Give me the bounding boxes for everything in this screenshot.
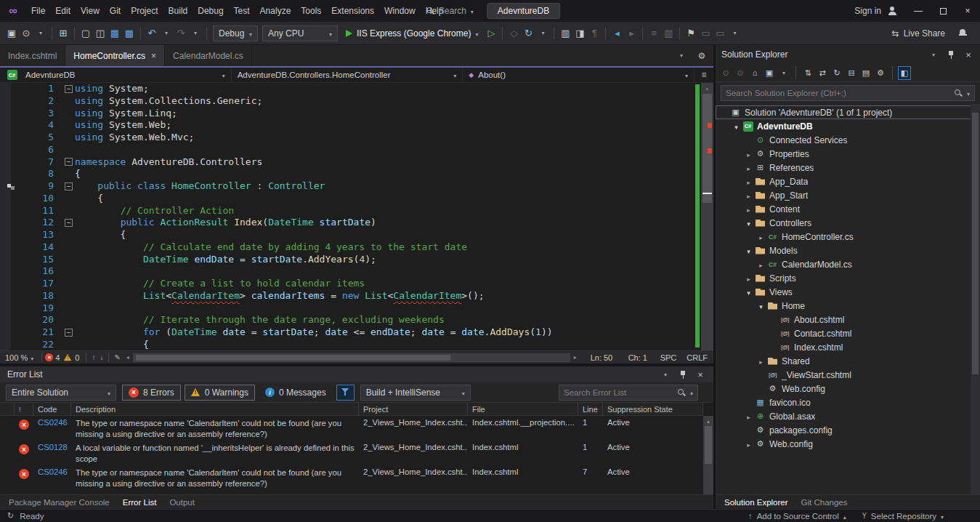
breakpoint-margin[interactable]	[0, 168, 22, 180]
breakpoint-margin[interactable]	[0, 83, 22, 95]
switch-views-icon[interactable]: ▣	[763, 66, 776, 80]
sign-in-link[interactable]: Sign in	[854, 6, 881, 16]
code-cleanup-icon[interactable]: ✎	[114, 353, 120, 361]
document-outline-icon[interactable]	[694, 70, 713, 80]
close-icon[interactable]	[694, 369, 706, 380]
save-all-icon[interactable]: ▩	[122, 25, 137, 41]
horizontal-scrollbar-thumb[interactable]	[136, 355, 450, 361]
code-line-19[interactable]: 19	[0, 302, 713, 315]
column-header-code[interactable]: Code	[33, 403, 71, 415]
tree-item-adevnturedb[interactable]: AdevntureDB	[716, 119, 980, 133]
tree-item-app-start[interactable]: App_Start	[716, 188, 980, 202]
panel-tab-error-list[interactable]: Error List	[117, 498, 163, 507]
comment-icon[interactable]: ▥	[661, 25, 676, 41]
column-header-project[interactable]: Project	[359, 403, 468, 415]
live-share-button[interactable]: ⇆ Live Share	[892, 28, 945, 39]
search-options-chevron[interactable]	[967, 88, 970, 98]
breakpoint-margin[interactable]	[0, 95, 22, 108]
expander-icon[interactable]	[756, 301, 766, 311]
panel-tab-git-changes[interactable]: Git Changes	[795, 498, 854, 507]
navigate-forward-icon[interactable]: ▸	[624, 25, 639, 41]
error-indicator-icon[interactable]	[45, 353, 53, 361]
error-scrollbar-thumb[interactable]	[705, 426, 712, 464]
previous-change-icon[interactable]: ↑	[92, 353, 95, 361]
pin-icon[interactable]	[945, 49, 957, 60]
expander-icon[interactable]	[756, 356, 766, 366]
save-icon[interactable]: ▦	[108, 25, 122, 41]
close-button[interactable]: ×	[955, 0, 980, 22]
code-line-16[interactable]: 16	[0, 265, 713, 278]
scroll-up-arrow[interactable]	[701, 83, 713, 93]
error-list-search-input[interactable]	[564, 388, 673, 397]
menu-test[interactable]: Test	[229, 3, 255, 19]
code-line-20[interactable]: 20 // Iterate through the date range, ex…	[0, 314, 713, 326]
window-layout-icon[interactable]: ▣	[4, 25, 19, 41]
editor-vertical-scrollbar[interactable]	[701, 83, 713, 350]
error-row[interactable]: CS0246The type or namespace name 'Calend…	[0, 465, 703, 490]
error-code[interactable]: CS0128	[33, 441, 71, 465]
expander-icon[interactable]	[743, 149, 754, 159]
start-debugging-button[interactable]: IIS Express (Google Chrome)	[340, 28, 484, 39]
breakpoint-margin[interactable]	[0, 108, 22, 120]
new-file-icon[interactable]: ▢	[78, 25, 93, 41]
code-line-2[interactable]: 2using System.Collections.Generic;	[0, 95, 713, 108]
error-row[interactable]: CS0128A local variable or function named…	[0, 441, 703, 465]
redo-icon[interactable]: ↷	[174, 25, 188, 41]
breakpoint-margin[interactable]	[0, 193, 22, 205]
solution-name-box[interactable]: AdevntureDB	[487, 3, 560, 19]
tree-item-shared[interactable]: Shared	[716, 354, 980, 368]
code-line-13[interactable]: 13 {	[0, 229, 713, 241]
code-line-1[interactable]: 1using System;	[0, 83, 713, 95]
add-to-source-control-button[interactable]: ↑ Add to Source Control	[748, 512, 846, 521]
window-position-chevron[interactable]	[928, 49, 939, 60]
preview-selected-items-icon[interactable]: ◧	[898, 66, 911, 80]
breakpoint-margin[interactable]	[0, 265, 22, 278]
menu-window[interactable]: Window	[379, 3, 421, 19]
code-line-6[interactable]: 6	[0, 144, 713, 156]
breakpoint-margin[interactable]	[0, 302, 22, 315]
panel-tab-output[interactable]: Output	[163, 498, 201, 507]
redo-chevron[interactable]	[188, 25, 203, 41]
menu-file[interactable]: File	[26, 3, 50, 19]
breakpoint-margin[interactable]	[0, 314, 22, 326]
code-line-10[interactable]: 10 {	[0, 193, 713, 205]
expander-icon[interactable]	[743, 190, 754, 201]
solution-configurations-icon[interactable]: ◨	[572, 25, 587, 41]
source-dropdown[interactable]: Build + IntelliSense	[360, 385, 471, 401]
scroll-left-arrow[interactable]	[123, 354, 133, 361]
code-line-3[interactable]: 3using System.Linq;	[0, 108, 713, 120]
code-line-22[interactable]: 22 {	[0, 339, 713, 350]
undo-icon[interactable]: ↶	[145, 25, 159, 41]
breakpoint-margin[interactable]	[0, 156, 22, 169]
user-avatar-icon[interactable]	[887, 6, 897, 16]
tree-scrollbar-thumb[interactable]	[972, 113, 979, 374]
breakpoint-margin[interactable]	[0, 278, 22, 290]
menu-extensions[interactable]: Extensions	[326, 3, 379, 19]
tree-item-models[interactable]: Models	[716, 244, 980, 257]
code-line-11[interactable]: 11 // Controller Action	[0, 205, 713, 217]
platform-dropdown[interactable]: Any CPU	[262, 25, 338, 41]
hot-reload-icon[interactable]: ◇	[506, 25, 521, 41]
breakpoint-margin[interactable]	[0, 290, 22, 302]
restart-chevron[interactable]	[535, 25, 550, 41]
open-file-icon[interactable]: ◫	[93, 25, 108, 41]
breadcrumb-segment-2[interactable]: ◆About()	[463, 68, 694, 82]
tree-item-web-config[interactable]: Web.config	[716, 382, 980, 395]
sync-with-active-document-icon[interactable]: ⇄	[816, 66, 829, 80]
tree-item-content[interactable]: Content	[716, 202, 980, 216]
tab-index-cshtml[interactable]: Index.cshtml	[0, 45, 65, 66]
tree-item-references[interactable]: References	[716, 161, 980, 174]
menu-analyze[interactable]: Analyze	[255, 3, 296, 19]
breakpoint-margin[interactable]	[0, 205, 22, 217]
expander-icon[interactable]	[756, 260, 766, 270]
warning-indicator-icon[interactable]	[64, 354, 72, 361]
error-count[interactable]: 4	[55, 353, 60, 362]
window-position-chevron[interactable]	[660, 369, 671, 380]
tree-item-favicon-ico[interactable]: favicon.ico	[716, 395, 980, 409]
breakpoint-margin[interactable]	[0, 180, 22, 193]
messages-filter-button[interactable]: 0 Messages	[259, 385, 333, 401]
refresh-icon[interactable]: ↻	[830, 66, 843, 80]
background-tasks-icon[interactable]: ↻	[7, 511, 14, 521]
breakpoint-margin[interactable]	[0, 132, 22, 144]
tree-item-solution-adevnturedb-1-of-1-project[interactable]: Solution 'AdevntureDB' (1 of 1 project)	[716, 105, 980, 119]
